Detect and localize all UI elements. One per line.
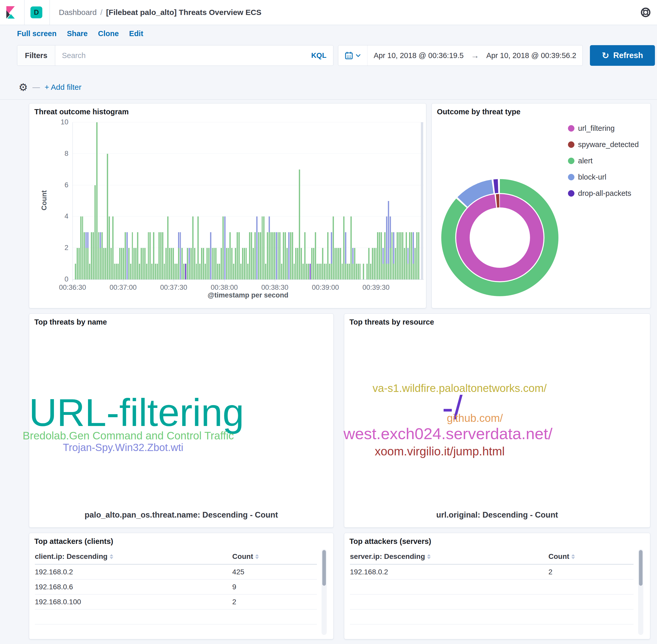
bar — [373, 248, 375, 279]
bar — [416, 232, 417, 279]
bar — [142, 248, 144, 279]
bar — [295, 248, 296, 279]
bar-segment-alert — [132, 232, 133, 279]
bar — [402, 232, 403, 279]
x-tick-mark — [376, 279, 376, 281]
gear-icon[interactable]: ⚙ — [19, 82, 28, 92]
breadcrumb-dashboard[interactable]: Dashboard — [59, 8, 97, 17]
panel-top-attackers-servers: Top attackers (servers) server.ip: Desce… — [344, 533, 650, 639]
bar-segment-alert — [221, 248, 222, 279]
help-icon[interactable] — [640, 7, 651, 18]
table-row[interactable]: 192.168.0.22 — [350, 565, 634, 579]
scrollbar-thumb[interactable] — [639, 550, 642, 586]
bar — [153, 232, 154, 279]
donut-segment-url_filtering[interactable] — [463, 201, 537, 275]
breadcrumb: Dashboard / [Filebeat palo_alto] Threats… — [59, 0, 262, 25]
bar-segment-alert — [311, 248, 313, 279]
bar — [176, 264, 178, 279]
share-link[interactable]: Share — [67, 29, 88, 38]
edit-link[interactable]: Edit — [129, 29, 143, 38]
calendar-button[interactable] — [338, 45, 367, 66]
histogram-plot[interactable] — [72, 122, 424, 280]
bar — [267, 232, 268, 279]
bar-segment-alert — [404, 248, 405, 279]
date-from[interactable]: Apr 10, 2018 @ 00:36:19.5 — [367, 51, 470, 60]
bar-segment-block-url — [345, 232, 346, 264]
sort-icon[interactable] — [255, 554, 259, 559]
bar-segment-alert — [329, 264, 330, 279]
y-tick-label: 8 — [55, 150, 68, 158]
bar-segment-alert — [306, 264, 307, 279]
tag[interactable]: xoom.virgilio.it/jump.html — [375, 445, 505, 457]
x-tick-mark — [275, 279, 275, 281]
bar — [333, 216, 334, 279]
bar-segment-alert — [124, 232, 126, 279]
table-row[interactable]: 192.168.0.69 — [35, 579, 317, 595]
legend-item-alert[interactable]: alert — [568, 157, 592, 165]
bar — [135, 248, 137, 279]
filters-button[interactable]: Filters — [17, 45, 55, 66]
bar-segment-alert — [190, 248, 192, 279]
bar-segment-alert — [176, 264, 178, 279]
column-header[interactable]: client.ip: Descending — [35, 552, 232, 561]
bar — [308, 264, 309, 279]
sort-icon[interactable] — [427, 554, 431, 559]
bar — [178, 232, 179, 279]
bar — [276, 232, 277, 279]
bar-segment-alert — [171, 248, 172, 279]
legend-item-url_filtering[interactable]: url_filtering — [568, 124, 615, 133]
legend-item-spyware_detected[interactable]: spyware_detected — [568, 140, 639, 149]
x-tick-label: 00:37:00 — [103, 283, 144, 292]
bar — [388, 201, 389, 279]
add-filter-link[interactable]: + Add filter — [45, 83, 82, 92]
tag[interactable]: west.exch024.serverdata.net/ — [343, 426, 552, 442]
bar — [80, 216, 82, 279]
bar-segment-alert — [80, 216, 82, 279]
bar-segment-alert — [335, 248, 336, 279]
bar — [360, 264, 361, 279]
bar — [141, 248, 142, 279]
chevron-down-icon — [356, 54, 361, 57]
column-header[interactable]: Count — [548, 552, 634, 561]
table-row[interactable]: 192.168.0.1002 — [35, 595, 317, 610]
bar — [85, 232, 87, 279]
histogram-bars[interactable] — [75, 122, 420, 279]
tag[interactable]: Bredolab.Gen Command and Control Traffic — [23, 430, 234, 441]
kql-selector[interactable]: KQL — [311, 51, 333, 60]
legend-item-block-url[interactable]: block-url — [568, 173, 606, 181]
clone-link[interactable]: Clone — [98, 29, 119, 38]
bar-segment-alert — [320, 264, 321, 279]
legend-item-drop-all-packets[interactable]: drop-all-packets — [568, 189, 631, 198]
x-axis-label: @timestamp per second — [72, 291, 424, 299]
kibana-logo[interactable] — [6, 6, 16, 19]
bar-segment-alert — [223, 216, 224, 279]
donut-chart[interactable] — [432, 104, 651, 308]
bar-segment-block-url — [288, 232, 290, 279]
sort-icon[interactable] — [110, 554, 113, 559]
legend-dot — [568, 158, 574, 164]
bar — [272, 232, 274, 279]
bar-segment-block-url — [99, 232, 101, 248]
tag[interactable]: github.com/ — [447, 413, 503, 424]
column-header[interactable]: Count — [232, 552, 317, 561]
full-screen-link[interactable]: Full screen — [17, 29, 56, 38]
bar-segment-alert — [356, 264, 357, 279]
search-input[interactable] — [55, 51, 311, 60]
bar — [210, 232, 211, 279]
bar-segment-alert — [297, 248, 298, 279]
bar-segment-alert — [322, 248, 323, 279]
tag[interactable]: URL-filtering — [29, 393, 244, 432]
tag[interactable]: Trojan-Spy.Win32.Zbot.wti — [63, 442, 183, 453]
space-badge[interactable]: D — [30, 6, 42, 18]
bar-segment-alert — [352, 264, 354, 279]
refresh-button[interactable]: ↻ Refresh — [590, 45, 655, 66]
bar-segment-alert — [336, 248, 338, 279]
scrollbar-thumb[interactable] — [322, 550, 326, 586]
column-header[interactable]: server.ip: Descending — [350, 552, 548, 561]
bar — [155, 264, 156, 279]
bar-segment-alert — [77, 248, 78, 279]
bar-segment-alert — [158, 232, 160, 279]
table-row[interactable]: 192.168.0.2425 — [35, 565, 317, 579]
sort-icon[interactable] — [571, 554, 575, 559]
date-to[interactable]: Apr 10, 2018 @ 00:39:56.2 — [480, 51, 583, 60]
